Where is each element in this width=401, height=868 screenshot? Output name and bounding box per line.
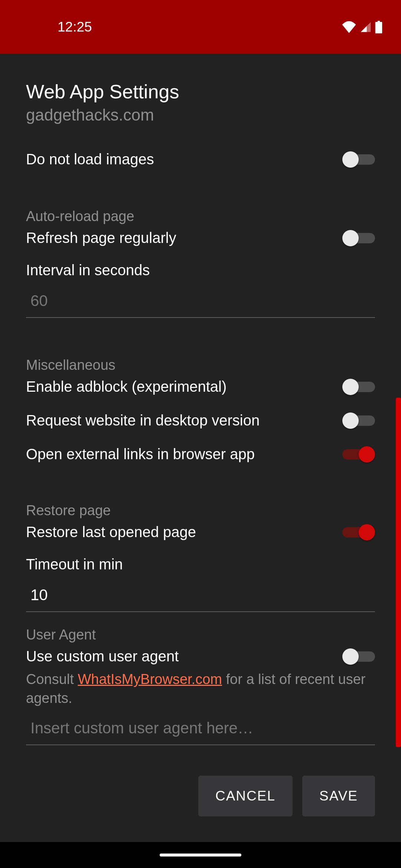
cancel-button[interactable]: CANCEL (198, 776, 293, 816)
button-bar: CANCEL SAVE (0, 776, 401, 816)
external-links-toggle[interactable] (342, 446, 375, 463)
save-button[interactable]: SAVE (302, 776, 375, 816)
external-links-label: Open external links in browser app (26, 446, 255, 463)
interval-label: Interval in seconds (26, 262, 375, 279)
restore-heading: Restore page (26, 503, 375, 519)
refresh-regularly-label: Refresh page regularly (26, 230, 176, 246)
page-subtitle: gadgethacks.com (26, 103, 375, 124)
custom-ua-input[interactable] (26, 717, 375, 745)
wifi-icon (342, 21, 356, 33)
timeout-input[interactable] (26, 584, 375, 612)
row-refresh-regularly: Refresh page regularly (26, 230, 375, 246)
do-not-load-images-label: Do not load images (26, 151, 154, 168)
restore-last-label: Restore last opened page (26, 524, 196, 540)
signal-icon (359, 21, 372, 33)
battery-icon (375, 21, 382, 33)
misc-heading: Miscellaneous (26, 357, 375, 373)
row-external-links: Open external links in browser app (26, 446, 375, 463)
adblock-toggle[interactable] (342, 379, 375, 395)
interval-input[interactable] (26, 290, 375, 318)
ua-hint-link[interactable]: WhatIsMyBrowser.com (78, 671, 222, 687)
do-not-load-images-toggle[interactable] (342, 151, 375, 168)
auto-reload-heading: Auto-reload page (26, 208, 375, 224)
ua-hint-prefix: Consult (26, 671, 78, 687)
user-agent-heading: User Agent (26, 627, 375, 643)
row-desktop-version: Request website in desktop version (26, 412, 375, 429)
row-custom-ua: Use custom user agent (26, 648, 375, 665)
scroll-indicator[interactable] (396, 398, 401, 747)
custom-ua-label: Use custom user agent (26, 648, 179, 665)
refresh-regularly-toggle[interactable] (342, 230, 375, 246)
timeout-label: Timeout in min (26, 556, 375, 573)
desktop-version-toggle[interactable] (342, 412, 375, 429)
row-adblock: Enable adblock (experimental) (26, 378, 375, 395)
status-bar: 12:25 (0, 0, 401, 54)
adblock-label: Enable adblock (experimental) (26, 378, 226, 395)
ua-hint: Consult WhatIsMyBrowser.com for a list o… (26, 670, 375, 708)
desktop-version-label: Request website in desktop version (26, 412, 260, 429)
row-restore-last: Restore last opened page (26, 524, 375, 540)
nav-home-pill[interactable] (160, 854, 241, 857)
custom-ua-toggle[interactable] (342, 648, 375, 665)
system-nav-bar (0, 842, 401, 868)
restore-last-toggle[interactable] (342, 524, 375, 540)
status-icons (342, 21, 382, 33)
row-do-not-load-images: Do not load images (26, 151, 375, 168)
status-time: 12:25 (58, 19, 92, 35)
settings-content: Web App Settings gadgethacks.com Do not … (0, 54, 401, 745)
page-title: Web App Settings (26, 54, 375, 103)
